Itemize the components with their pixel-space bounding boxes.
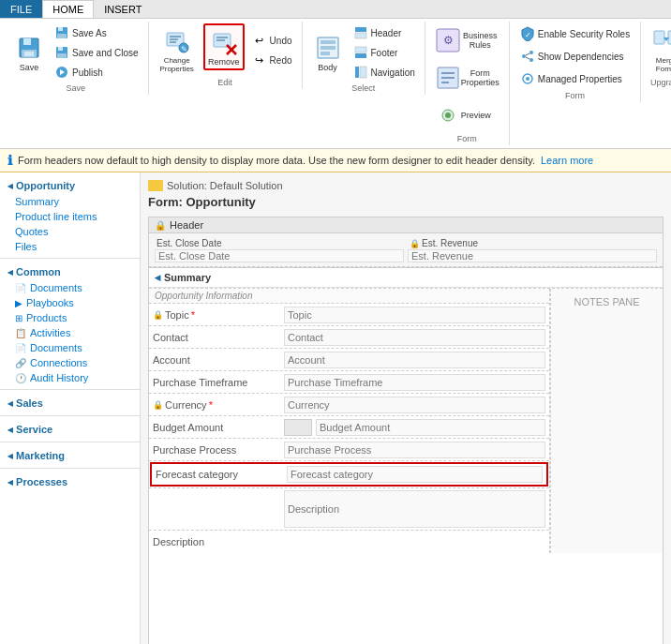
preview-label: Preview xyxy=(461,111,491,120)
remove-button[interactable]: Remove xyxy=(203,23,245,70)
budget-amount-input[interactable] xyxy=(316,419,545,436)
header-footer-nav-col: Header Footer Navigation xyxy=(350,23,419,82)
merge-forms-button[interactable]: Merge Forms xyxy=(647,23,671,76)
sidebar-divider-3 xyxy=(0,415,140,416)
budget-amount-row: Budget Amount xyxy=(149,416,549,439)
header-col-1: Est. Close Date xyxy=(155,237,404,262)
sidebar-item-products[interactable]: ⊞ Products xyxy=(0,310,140,325)
form-header-body: Est. Close Date 🔒 Est. Revenue xyxy=(149,233,663,267)
undo-button[interactable]: ↩ Undo xyxy=(248,31,296,50)
main-layout: ◂ Opportunity Summary Product line items… xyxy=(0,172,671,644)
save-label: Save xyxy=(20,63,39,72)
header-col-2: 🔒 Est. Revenue xyxy=(408,237,657,262)
business-rules-icon: ⚙ xyxy=(435,27,461,53)
save-close-button[interactable]: Save and Close xyxy=(51,43,142,62)
undo-label: Undo xyxy=(270,36,292,46)
revenue-input[interactable] xyxy=(408,249,657,262)
redo-icon: ↪ xyxy=(252,52,267,67)
purchase-process-input[interactable] xyxy=(284,442,545,458)
business-rules-button[interactable]: ⚙ Business Rules xyxy=(431,23,503,57)
summary-section: ◂ Summary Opportunity Information 🔒 xyxy=(149,267,663,553)
account-label: Account xyxy=(153,354,284,366)
topic-row: 🔒 Topic * xyxy=(149,304,549,326)
purchase-process-row: Purchase Process xyxy=(149,439,549,461)
save-icon xyxy=(14,33,44,63)
sidebar-opportunity-header[interactable]: ◂ Opportunity xyxy=(0,176,140,194)
sidebar-item-activities[interactable]: 📋 Activities xyxy=(0,325,140,340)
upgrade-group-label: Upgrade xyxy=(650,78,671,87)
sidebar-item-summary[interactable]: Summary xyxy=(0,194,140,209)
solution-folder-icon xyxy=(148,180,163,191)
publish-label: Publish xyxy=(72,67,103,78)
svg-point-44 xyxy=(529,58,533,62)
redo-button[interactable]: ↪ Redo xyxy=(248,51,296,69)
managed-properties-button[interactable]: Managed Properties xyxy=(515,68,627,89)
save-button[interactable]: Save xyxy=(9,30,49,75)
learn-more-link[interactable]: Learn more xyxy=(541,155,593,166)
description-textarea-placeholder[interactable] xyxy=(284,490,545,528)
content-area: Solution: Default Solution Form: Opportu… xyxy=(141,172,671,644)
svg-rect-3 xyxy=(24,52,34,56)
sidebar-divider-5 xyxy=(0,468,140,469)
show-dependencies-button[interactable]: Show Dependencies xyxy=(515,46,629,67)
topic-input[interactable] xyxy=(284,307,545,323)
solution-name: Solution: Default Solution xyxy=(167,180,283,191)
managed-properties-label: Managed Properties xyxy=(538,74,622,84)
svg-rect-30 xyxy=(355,53,366,58)
sidebar-item-audit-history[interactable]: 🕐 Audit History xyxy=(0,370,140,385)
footer-button[interactable]: Footer xyxy=(350,43,419,62)
tab-home[interactable]: HOME xyxy=(42,0,94,18)
sidebar-sales-header[interactable]: ◂ Sales xyxy=(0,394,140,412)
connections-icon: 🔗 xyxy=(15,358,26,368)
navigation-icon xyxy=(353,65,368,80)
save-close-label: Save and Close xyxy=(72,48,139,58)
sidebar-item-quotes[interactable]: Quotes xyxy=(0,224,140,239)
save-as-button[interactable]: Save As xyxy=(51,23,142,42)
enable-security-roles-label: Enable Security Roles xyxy=(538,29,630,39)
sidebar-service-header[interactable]: ◂ Service xyxy=(0,420,140,438)
header-button[interactable]: Header xyxy=(350,23,419,42)
documents-icon-2: 📄 xyxy=(15,343,26,353)
merge-forms-label: Merge Forms xyxy=(651,56,671,73)
tab-file[interactable]: FILE xyxy=(0,0,42,18)
navigation-label: Navigation xyxy=(371,67,415,78)
ribbon-bar: Save Save As Save and Close xyxy=(0,19,671,149)
topic-label: 🔒 Topic * xyxy=(153,309,284,321)
contact-label: Contact xyxy=(153,332,284,343)
br-group-label: Form xyxy=(457,134,477,143)
sidebar-item-documents-2[interactable]: 📄 Documents xyxy=(0,340,140,355)
sidebar-item-playbooks[interactable]: ▶ Playbooks xyxy=(0,295,140,310)
navigation-button[interactable]: Navigation xyxy=(350,63,419,82)
publish-button[interactable]: Publish xyxy=(51,63,142,82)
forecast-category-input[interactable] xyxy=(287,466,543,483)
sidebar-item-product-line-items[interactable]: Product line items xyxy=(0,209,140,224)
sidebar-marketing-header[interactable]: ◂ Marketing xyxy=(0,446,140,464)
sidebar-item-documents-1[interactable]: 📄 Documents xyxy=(0,280,140,295)
svg-rect-49 xyxy=(654,31,664,44)
sidebar-common-header[interactable]: ◂ Common xyxy=(0,262,140,280)
sidebar-item-files[interactable]: Files xyxy=(0,239,140,254)
currency-lock-icon: 🔒 xyxy=(153,400,163,410)
playbooks-icon: ▶ xyxy=(15,298,22,308)
sidebar-item-connections[interactable]: 🔗 Connections xyxy=(0,355,140,370)
form-properties-button[interactable]: Form Properties xyxy=(431,61,503,95)
sidebar-processes-header[interactable]: ◂ Processes xyxy=(0,472,140,490)
notes-pane-label: NOTES PANE xyxy=(574,296,639,307)
upgrade-group: Merge Forms Upgrade xyxy=(641,22,671,89)
remove-label: Remove xyxy=(208,57,240,67)
save-options-col: Save As Save and Close Publish xyxy=(51,23,142,82)
select-group-label: Select xyxy=(351,83,375,93)
change-properties-button[interactable]: ✎ Change Properties xyxy=(155,23,200,76)
close-date-input[interactable] xyxy=(155,249,404,262)
enable-security-roles-button[interactable]: ✓ Enable Security Roles xyxy=(515,23,634,44)
body-button[interactable]: Body xyxy=(308,30,348,75)
preview-button[interactable]: Preview xyxy=(431,98,497,132)
purchase-timeframe-input[interactable] xyxy=(284,374,545,391)
save-as-icon xyxy=(54,25,69,40)
save-as-label: Save As xyxy=(72,28,107,38)
contact-input[interactable] xyxy=(284,329,545,346)
currency-input[interactable] xyxy=(284,397,545,413)
account-input[interactable] xyxy=(284,352,545,368)
svg-rect-31 xyxy=(355,67,359,78)
tab-insert[interactable]: INSERT xyxy=(94,0,152,18)
